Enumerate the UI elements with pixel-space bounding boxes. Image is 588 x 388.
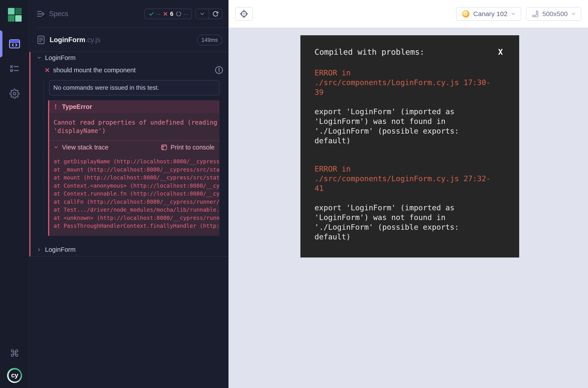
suite-row-loginform-collapsed[interactable]: LoginForm bbox=[30, 243, 229, 256]
error-type-label: TypeError bbox=[62, 103, 92, 110]
viewport-select-label: 500x500 bbox=[542, 10, 568, 18]
spec-file-icon bbox=[37, 35, 45, 44]
chevron-down-icon bbox=[53, 145, 58, 150]
stack-line[interactable]: at mount (http://localhost:8080/__cypres… bbox=[53, 174, 219, 182]
compile-error: ERROR in ./src/components/LoginForm.cy.j… bbox=[314, 68, 505, 146]
rerun-tests-button[interactable] bbox=[209, 9, 222, 19]
crosshair-icon bbox=[239, 9, 248, 18]
test-error-block: ! TypeError Cannot read properties of un… bbox=[48, 100, 219, 236]
cypress-app-logo bbox=[8, 8, 22, 22]
view-stack-trace-toggle[interactable]: View stack trace bbox=[53, 144, 108, 151]
stack-line[interactable]: at _mount (http://localhost:8080/__cypre… bbox=[53, 166, 219, 174]
chevron-down-icon bbox=[571, 11, 576, 17]
gear-icon bbox=[9, 89, 20, 99]
specs-menu-icon bbox=[37, 10, 46, 18]
stack-toggle-row: View stack trace Pri bbox=[49, 141, 219, 154]
viewport-select[interactable]: 500x500 bbox=[526, 7, 581, 21]
left-nav-rail: ⌘ cy bbox=[0, 0, 29, 388]
check-icon bbox=[149, 11, 154, 17]
compile-error-heading: ERROR in ./src/components/LoginForm.cy.j… bbox=[314, 164, 505, 193]
fail-x-icon bbox=[163, 11, 168, 17]
compile-error-message: export 'LoginForm' (imported as 'LoginFo… bbox=[314, 107, 505, 146]
view-stack-trace-label: View stack trace bbox=[62, 144, 108, 151]
browser-select-label: Canary 102 bbox=[473, 10, 508, 18]
stack-line[interactable]: at Context.runnable.fn (http://localhost… bbox=[53, 190, 219, 198]
spec-file-name: LoginForm bbox=[50, 36, 85, 44]
fail-x-icon bbox=[45, 68, 50, 73]
specs-header: Specs -- 6 -- bbox=[29, 0, 229, 28]
compile-error-message: export 'LoginForm' (imported as 'LoginFo… bbox=[314, 203, 505, 242]
test-warning-icon[interactable] bbox=[215, 66, 223, 74]
overlay-close-button[interactable]: X bbox=[498, 47, 503, 57]
collapse-tests-button[interactable] bbox=[196, 9, 209, 19]
chrome-canary-icon bbox=[461, 9, 470, 18]
active-indicator-bar bbox=[0, 30, 2, 57]
passed-count: -- bbox=[156, 11, 161, 17]
logo-tile bbox=[15, 15, 22, 22]
specs-title-label: Specs bbox=[49, 10, 68, 18]
test-attempt-content: No commands were issued in this test. ! … bbox=[30, 80, 229, 236]
chevron-down-icon bbox=[511, 11, 516, 17]
aut-toolbar: Canary 102 500x500 bbox=[229, 0, 588, 27]
overlay-title: Compiled with problems: bbox=[314, 47, 425, 57]
logo-tile bbox=[15, 8, 22, 15]
browser-select[interactable]: Canary 102 bbox=[456, 7, 521, 21]
stack-line[interactable]: at Context.<anonymous> (http://localhost… bbox=[53, 182, 219, 190]
command-key-icon: ⌘ bbox=[10, 348, 19, 359]
suite-name: LoginForm bbox=[45, 54, 76, 62]
suite-name: LoginForm bbox=[45, 246, 76, 253]
failed-count: 6 bbox=[170, 11, 174, 17]
stack-line[interactable]: at callFn (http://localhost:8080/__cypre… bbox=[53, 198, 219, 206]
spec-duration-badge: 149ms bbox=[197, 35, 222, 46]
stack-line[interactable]: at getDisplayName (http://localhost:8080… bbox=[53, 158, 219, 166]
error-message: Cannot read properties of undefined (rea… bbox=[49, 113, 219, 141]
webpack-error-overlay: Compiled with problems: X ERROR in ./src… bbox=[300, 35, 519, 258]
stack-line[interactable]: at Test.../driver/node_modules/mocha/lib… bbox=[53, 206, 219, 214]
cypress-version-button[interactable]: cy bbox=[0, 366, 29, 385]
toolbar-right-group: Canary 102 500x500 bbox=[456, 7, 581, 21]
pending-count: -- bbox=[183, 11, 188, 17]
test-row-failed[interactable]: should mount the component bbox=[30, 64, 229, 77]
error-body: Cannot read properties of undefined (rea… bbox=[49, 113, 219, 236]
code-window-icon bbox=[9, 39, 20, 49]
stat-passed: -- bbox=[149, 11, 161, 17]
stack-line[interactable]: at PassThroughHandlerContext.finallyHand… bbox=[53, 222, 219, 230]
selector-playground-button[interactable] bbox=[235, 7, 253, 21]
test-list-icon bbox=[10, 65, 19, 73]
spec-stats: -- 6 -- bbox=[145, 9, 192, 19]
no-commands-hint: No commands were issued in this test. bbox=[49, 80, 219, 96]
specs-panel: Specs -- 6 -- bbox=[29, 0, 229, 388]
terminal-icon bbox=[161, 144, 167, 150]
chevron-right-icon bbox=[37, 247, 41, 252]
specs-header-actions bbox=[195, 9, 222, 19]
error-header: ! TypeError bbox=[49, 100, 219, 113]
compile-error-heading: ERROR in ./src/components/LoginForm.cy.j… bbox=[314, 68, 505, 97]
failed-suite-section: LoginForm should mount the component No … bbox=[29, 52, 229, 257]
chevron-down-icon bbox=[37, 55, 41, 60]
nav-item-settings[interactable] bbox=[0, 82, 29, 106]
chevron-down-icon bbox=[199, 11, 205, 17]
stack-line[interactable]: at <unknown> (http://localhost:8080/__cy… bbox=[53, 214, 219, 222]
keyboard-shortcuts-button[interactable]: ⌘ bbox=[0, 341, 29, 365]
no-commands-hint-text: No commands were issued in this test. bbox=[53, 84, 159, 91]
cypress-cy-logo: cy bbox=[7, 368, 22, 383]
nav-item-specs[interactable] bbox=[0, 32, 29, 56]
ruler-icon bbox=[531, 10, 539, 18]
compile-error: ERROR in ./src/components/LoginForm.cy.j… bbox=[314, 164, 505, 242]
specs-title: Specs bbox=[37, 10, 68, 18]
overlay-title-row: Compiled with problems: X bbox=[314, 47, 505, 57]
error-bang-icon: ! bbox=[53, 103, 58, 111]
print-to-console-button[interactable]: Print to console bbox=[161, 144, 215, 151]
spec-file-row[interactable]: LoginForm .cy.js 149ms bbox=[29, 28, 229, 52]
print-to-console-label: Print to console bbox=[171, 144, 215, 151]
stat-failed: 6 bbox=[163, 11, 174, 17]
logo-tile bbox=[8, 15, 15, 22]
stat-pending: -- bbox=[176, 11, 188, 17]
refresh-icon bbox=[212, 11, 219, 17]
stack-trace-list: at getDisplayName (http://localhost:8080… bbox=[49, 154, 219, 236]
test-title: should mount the component bbox=[53, 67, 136, 74]
nav-item-runs[interactable] bbox=[0, 57, 29, 81]
pending-circle-icon bbox=[176, 11, 181, 17]
suite-row-loginform[interactable]: LoginForm bbox=[30, 52, 229, 64]
logo-tile bbox=[8, 8, 15, 15]
